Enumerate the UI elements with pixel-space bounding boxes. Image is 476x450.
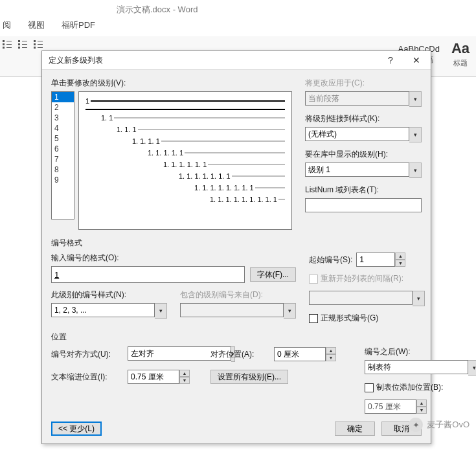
follow-input[interactable] [365, 360, 468, 374]
start-at-input[interactable] [356, 253, 395, 267]
align-at-spinner[interactable]: ▲▼ [274, 347, 352, 361]
tab-at-checkbox[interactable]: 制表位添加位置(B): [365, 382, 476, 393]
listnum-label: ListNum 域列表名(T): [305, 185, 422, 196]
link-style-label: 将级别链接到样式(K): [305, 113, 422, 124]
tab-review[interactable]: 阅 [3, 19, 11, 36]
bullets-icon[interactable] [3, 39, 12, 48]
multilevel-icon[interactable] [34, 39, 43, 48]
preview-num: 1. 1. 1. 1. 1. 1. 1. 1. 1 [210, 196, 277, 203]
start-at-label: 起始编号(S): [309, 254, 352, 265]
tab-view[interactable]: 视图 [28, 19, 45, 36]
font-button[interactable]: 字体(F)... [250, 267, 296, 282]
preview-num: 1. 1. 1. 1. 1 [148, 149, 183, 157]
tab-at-label: 制表位添加位置(B): [376, 382, 443, 393]
tab-at-spinner: ▲▼ [365, 399, 476, 414]
spin-down-icon[interactable]: ▼ [326, 354, 336, 361]
gallery-level-input[interactable] [305, 163, 409, 177]
chevron-down-icon[interactable]: ▾ [409, 163, 422, 178]
style-heading[interactable]: Aa 标题 [451, 40, 470, 68]
follow-combo[interactable]: ▾ [365, 360, 476, 376]
watermark-text: 麦子酱OvO [427, 419, 470, 431]
preview-num: 1. 1. 1 [117, 126, 137, 133]
preview-num: 1 [85, 97, 89, 105]
restart-label: 重新开始列表的间隔(R): [321, 273, 403, 284]
style-label-heading: 标题 [451, 58, 470, 68]
tab-foxit[interactable]: 福昕PDF [62, 19, 95, 36]
preview-num: 1. 1. 1. 1. 1. 1. 1. 1 [194, 184, 254, 192]
wechat-icon: ✦ [409, 418, 423, 432]
spin-down-icon[interactable]: ▼ [395, 260, 405, 267]
ok-button[interactable]: 确定 [335, 422, 375, 436]
restart-input [309, 291, 413, 305]
app-title: 演示文稿.docx - Word [0, 0, 476, 19]
number-format-input[interactable] [51, 266, 245, 283]
spin-down-icon: ▼ [416, 407, 427, 414]
level-item[interactable]: 8 [52, 164, 74, 175]
align-at-label: 对齐位置(A): [210, 349, 269, 360]
level-item[interactable]: 5 [52, 133, 74, 144]
level-item[interactable]: 9 [52, 175, 74, 185]
include-from-label: 包含的级别编号来自(D): [180, 289, 296, 300]
align-combo[interactable]: ▾ [128, 346, 186, 362]
gallery-level-label: 要在库中显示的级别(H): [305, 149, 422, 160]
watermark: ✦ 麦子酱OvO [409, 418, 470, 432]
restart-checkbox: 重新开始列表的间隔(R): [309, 273, 425, 284]
legal-label: 正规形式编号(G) [321, 313, 378, 324]
spin-down-icon[interactable]: ▼ [179, 377, 190, 384]
preview-num: 1. 1 [101, 114, 113, 122]
indent-spinner[interactable]: ▲▼ [128, 370, 205, 384]
preview-num: 1. 1. 1. 1. 1. 1 [163, 161, 207, 168]
level-item[interactable]: 4 [52, 123, 74, 133]
chevron-down-icon[interactable]: ▾ [409, 127, 422, 142]
restart-combo: ▾ [309, 291, 425, 306]
include-from-combo[interactable]: ▾ [180, 303, 296, 319]
gallery-level-combo[interactable]: ▾ [305, 163, 422, 178]
align-label: 编号对齐方式(U): [51, 349, 122, 360]
link-style-combo[interactable]: ▾ [305, 127, 422, 142]
apply-to-input [305, 91, 409, 106]
help-button[interactable]: ? [378, 52, 403, 69]
enter-format-label: 输入编号的格式(O): [51, 253, 296, 264]
set-all-levels-button[interactable]: 设置所有级别(E)... [210, 370, 288, 384]
chevron-down-icon: ▾ [413, 291, 425, 306]
chevron-down-icon[interactable]: ▾ [468, 360, 476, 376]
less-button[interactable]: << 更少(L) [51, 422, 102, 436]
listnum-input[interactable] [305, 198, 422, 212]
level-item[interactable]: 3 [52, 113, 74, 123]
apply-to-combo[interactable]: ▾ [305, 91, 422, 107]
position-group: 位置 [51, 332, 422, 343]
dialog-title: 定义新多级列表 [49, 55, 103, 66]
spin-up-icon[interactable]: ▲ [326, 347, 336, 354]
define-multilevel-dialog: 定义新多级列表 ? ✕ 单击要修改的级别(V): 1 2 3 4 [41, 51, 431, 444]
level-item[interactable]: 1 [52, 92, 74, 102]
level-item[interactable]: 6 [52, 144, 74, 154]
spin-up-icon: ▲ [416, 399, 427, 407]
apply-to-label: 将更改应用于(C): [305, 78, 422, 89]
number-style-combo[interactable]: ▾ [51, 303, 167, 319]
click-level-label: 单击要修改的级别(V): [51, 78, 292, 89]
chevron-down-icon[interactable]: ▾ [284, 303, 296, 319]
level-item[interactable]: 2 [52, 102, 74, 113]
style-sample-aa: Aa [451, 40, 470, 57]
chevron-down-icon[interactable]: ▾ [409, 91, 422, 107]
follow-label: 编号之后(W): [365, 346, 476, 357]
level-item[interactable]: 7 [52, 154, 74, 164]
chevron-down-icon[interactable]: ▾ [155, 303, 167, 319]
indent-input[interactable] [128, 370, 179, 384]
start-at-spinner[interactable]: ▲▼ [356, 253, 405, 267]
include-from-input [180, 303, 284, 317]
number-style-label: 此级别的编号样式(N): [51, 289, 167, 300]
preview-num: 1. 1. 1. 1. 1. 1. 1 [179, 172, 231, 180]
indent-label: 文本缩进位置(I): [51, 372, 122, 383]
spin-up-icon[interactable]: ▲ [179, 370, 190, 377]
spin-up-icon[interactable]: ▲ [395, 253, 405, 260]
preview-pane: 1 1. 1 1. 1. 1 1. 1. 1. 1 1. 1. 1. 1. 1 … [78, 91, 292, 230]
preview-num: 1. 1. 1. 1 [132, 137, 160, 145]
number-style-input[interactable] [51, 303, 155, 317]
close-button[interactable]: ✕ [403, 52, 429, 69]
align-at-input[interactable] [274, 347, 326, 361]
legal-checkbox[interactable]: 正规形式编号(G) [309, 313, 425, 324]
level-listbox[interactable]: 1 2 3 4 5 6 7 8 9 [51, 91, 74, 219]
numbering-icon[interactable] [18, 39, 27, 48]
link-style-input[interactable] [305, 127, 409, 141]
